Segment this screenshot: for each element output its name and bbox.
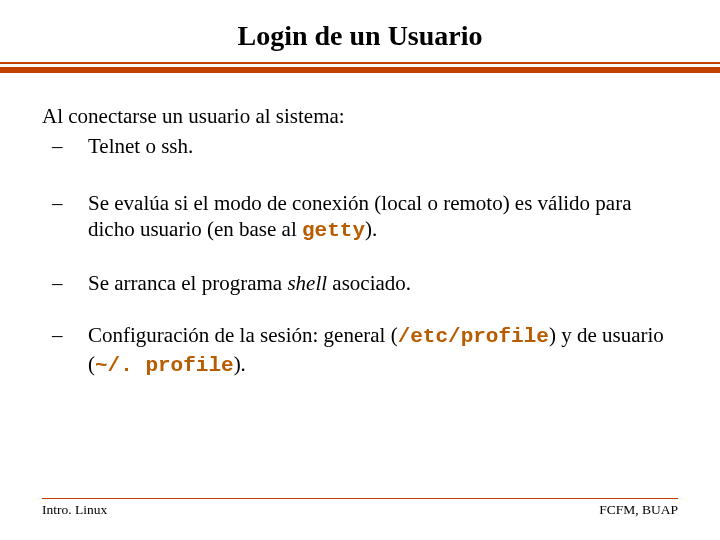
dash-icon: – [70, 190, 88, 216]
dash-icon: – [70, 322, 88, 348]
footer-rule [42, 498, 678, 499]
bullet-text: Telnet o ssh. [88, 134, 193, 158]
bullet-text: Se arranca el programa [88, 271, 287, 295]
footer-left: Intro. Linux [42, 502, 107, 518]
bullet-profile: –Configuración de la sesión: general (/e… [42, 322, 678, 379]
slide: Login de un Usuario Al conectarse un usu… [0, 0, 720, 540]
bullet-shell: –Se arranca el programa shell asociado. [42, 270, 678, 296]
bullet-text: ). [234, 352, 246, 376]
footer-right: FCFM, BUAP [599, 502, 678, 518]
bullet-text: ). [365, 217, 377, 241]
dash-icon: – [70, 133, 88, 159]
lead-text: Al conectarse un usuario al sistema: [42, 103, 678, 129]
title-rule [0, 62, 720, 73]
code-home-profile: ~/. profile [95, 354, 234, 377]
slide-title: Login de un Usuario [0, 0, 720, 62]
dash-icon: – [70, 270, 88, 296]
footer: Intro. Linux FCFM, BUAP [0, 498, 720, 518]
italic-shell: shell [287, 271, 327, 295]
bullet-text: Configuración de la sesión: general ( [88, 323, 398, 347]
slide-body: Al conectarse un usuario al sistema: –Te… [0, 73, 720, 379]
bullet-telnet-ssh: –Telnet o ssh. [42, 133, 678, 159]
bullet-text: asociado. [327, 271, 411, 295]
code-getty: getty [302, 219, 365, 242]
bullet-getty: –Se evalúa si el modo de conexión (local… [42, 190, 678, 245]
code-etc-profile: /etc/profile [398, 325, 549, 348]
